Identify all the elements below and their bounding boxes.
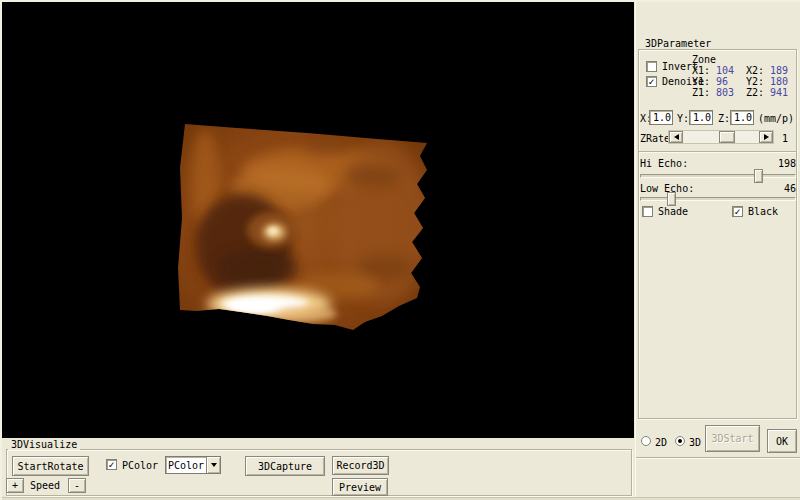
zone-y2-label: Y2: — [746, 76, 764, 87]
y-scale-label: Y: — [677, 113, 689, 124]
start-rotate-button[interactable]: StartRotate — [12, 456, 89, 476]
black-label: Black — [748, 206, 778, 217]
zone-y1-label: Y1: — [692, 76, 710, 87]
chevron-down-icon[interactable] — [206, 457, 220, 473]
invert-checkbox[interactable]: ✓ — [646, 61, 657, 72]
app-window: 3DParameter ✓ Invert ✓ Denoise Zone X1: … — [0, 0, 800, 500]
ultrasound-3d-render — [177, 118, 435, 338]
zone-z2-value: 941 — [770, 87, 788, 98]
radio-2d-label: 2D — [655, 437, 667, 448]
pcolor-dropdown[interactable]: PColor — [165, 456, 221, 474]
pcolor-label: PColor — [122, 460, 158, 471]
shade-checkbox[interactable]: ✓ — [642, 206, 653, 217]
zone-z1-label: Z1: — [692, 87, 710, 98]
parameter-panel: 3DParameter ✓ Invert ✓ Denoise Zone X1: … — [635, 2, 800, 500]
scale-unit-label: (mm/p) — [758, 113, 794, 124]
zrate-thumb[interactable] — [719, 131, 735, 143]
zrate-right-arrow[interactable] — [759, 131, 773, 143]
parameter-group-title: 3DParameter — [642, 38, 714, 49]
pcolor-checkbox[interactable]: ✓ — [106, 459, 117, 470]
3dstart-button[interactable]: 3DStart — [705, 425, 760, 452]
visualize-group-title: 3DVisualize — [8, 439, 80, 450]
zrate-scrollbar[interactable] — [668, 130, 774, 144]
zone-x2-label: X2: — [746, 65, 764, 76]
ok-button[interactable]: OK — [767, 429, 797, 453]
zone-x1-value: 104 — [716, 65, 734, 76]
speed-plus-button[interactable]: + — [6, 478, 24, 493]
zrate-left-arrow[interactable] — [669, 131, 683, 143]
low-echo-thumb[interactable] — [667, 192, 676, 206]
shade-label: Shade — [658, 206, 688, 217]
separator — [636, 457, 800, 459]
zrate-value: 1 — [782, 133, 788, 144]
radio-3d[interactable] — [675, 436, 685, 446]
preview-button[interactable]: Preview — [332, 478, 388, 496]
hi-echo-thumb[interactable] — [754, 169, 763, 183]
zone-z2-label: Z2: — [746, 87, 764, 98]
zone-y2-value: 180 — [770, 76, 788, 87]
zone-title: Zone — [692, 54, 716, 65]
record3d-button[interactable]: Record3D — [332, 456, 389, 475]
x-scale-field[interactable]: 1.0 — [649, 110, 673, 125]
zone-z1-value: 803 — [716, 87, 734, 98]
zone-y1-value: 96 — [716, 76, 728, 87]
3dcapture-button[interactable]: 3DCapture — [245, 456, 325, 476]
z-scale-field[interactable]: 1.0 — [730, 110, 754, 125]
parameter-groupbox — [638, 49, 797, 419]
speed-label: Speed — [30, 480, 60, 491]
radio-2d[interactable] — [641, 436, 651, 446]
separator — [639, 151, 796, 153]
pcolor-dropdown-value: PColor — [166, 459, 206, 472]
radio-3d-label: 3D — [689, 437, 701, 448]
denoise-checkbox[interactable]: ✓ — [646, 76, 657, 87]
z-scale-label: Z: — [718, 113, 730, 124]
render-viewport[interactable] — [2, 2, 634, 438]
y-scale-field[interactable]: 1.0 — [689, 110, 713, 125]
black-checkbox[interactable]: ✓ — [732, 206, 743, 217]
hi-echo-slider[interactable] — [640, 168, 796, 184]
visualize-panel: 3DVisualize StartRotate + Speed - ✓ PCol… — [2, 438, 635, 500]
zrate-label: ZRate — [640, 133, 670, 144]
zone-x2-value: 189 — [770, 65, 788, 76]
speed-minus-button[interactable]: - — [68, 478, 86, 493]
zone-x1-label: X1: — [692, 65, 710, 76]
low-echo-slider[interactable] — [640, 191, 796, 207]
